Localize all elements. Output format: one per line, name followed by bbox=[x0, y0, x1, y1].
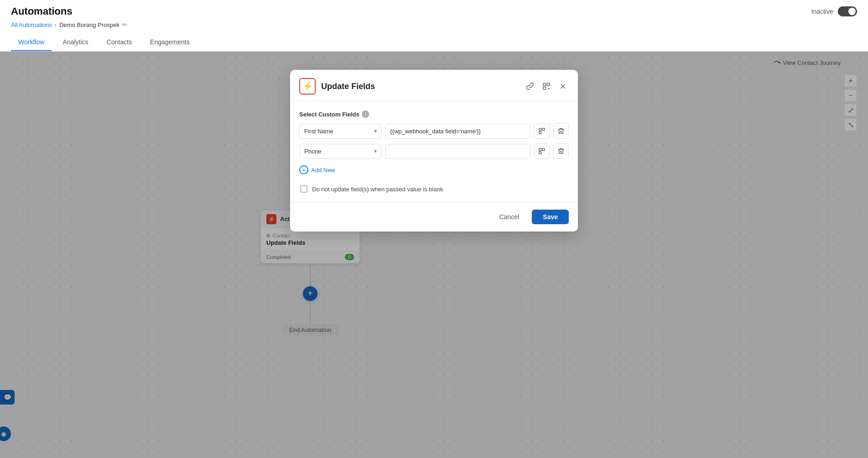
tab-engagements[interactable]: Engagements bbox=[143, 34, 197, 51]
trash-icon-1 bbox=[557, 127, 565, 135]
field-input-2[interactable] bbox=[385, 144, 530, 159]
modal-icon: ⚡ bbox=[299, 78, 316, 95]
modal-title: Update Fields bbox=[321, 82, 375, 91]
trash-icon-2 bbox=[557, 147, 565, 155]
first-name-select-wrapper: First Name bbox=[299, 124, 381, 139]
merge-tag-btn-2[interactable] bbox=[534, 143, 550, 159]
workflow-canvas: View Contact Journey + − ⤢ ⤡ ⚡ Action Co… bbox=[0, 52, 868, 458]
merge-fields-icon-btn[interactable] bbox=[540, 80, 552, 92]
header: Automations Inactive All Automations › D… bbox=[0, 0, 868, 52]
merge-tag-icon-2 bbox=[538, 147, 545, 155]
cancel-button[interactable]: Cancel bbox=[492, 210, 527, 224]
header-right: Inactive bbox=[811, 6, 857, 16]
merge-tag-icon-1 bbox=[538, 127, 545, 135]
modal-body: Select Custom Fields i First Name bbox=[290, 101, 578, 197]
update-fields-modal: ⚡ Update Fields bbox=[290, 70, 578, 232]
add-new-label: Add New bbox=[311, 167, 335, 174]
merge-icon bbox=[542, 82, 550, 90]
blank-value-checkbox[interactable] bbox=[300, 185, 307, 193]
field-row-2: Phone bbox=[299, 143, 569, 159]
header-top: Automations Inactive bbox=[11, 0, 857, 19]
merge-tag-btn-1[interactable] bbox=[534, 123, 550, 139]
add-new-icon: + bbox=[299, 165, 308, 174]
save-button[interactable]: Save bbox=[532, 210, 569, 224]
breadcrumb: All Automations › Demo Borang Prospek ✏ bbox=[11, 19, 857, 32]
delete-row-2-btn[interactable] bbox=[553, 143, 569, 159]
nav-tabs: Workflow Analytics Contacts Engagements bbox=[11, 34, 857, 51]
link-icon-btn[interactable] bbox=[524, 80, 536, 92]
modal-footer: Cancel Save bbox=[290, 202, 578, 232]
breadcrumb-separator: › bbox=[55, 21, 57, 28]
modal-overlay: ⚡ Update Fields bbox=[0, 52, 868, 458]
add-new-btn[interactable]: + Add New bbox=[299, 163, 335, 176]
breadcrumb-parent[interactable]: All Automations bbox=[11, 21, 52, 28]
field-row-1: First Name bbox=[299, 123, 569, 139]
checkbox-label: Do not update field(s) when passed value… bbox=[312, 186, 443, 193]
field-input-1[interactable] bbox=[385, 124, 530, 139]
svg-rect-10 bbox=[542, 148, 545, 151]
checkbox-row: Do not update field(s) when passed value… bbox=[299, 185, 569, 193]
field-select-2[interactable]: Phone bbox=[299, 144, 381, 159]
info-icon[interactable]: i bbox=[362, 111, 369, 118]
status-label: Inactive bbox=[811, 8, 833, 15]
delete-row-1-btn[interactable] bbox=[553, 123, 569, 139]
svg-rect-9 bbox=[539, 148, 541, 151]
tab-contacts[interactable]: Contacts bbox=[99, 34, 139, 51]
svg-rect-11 bbox=[539, 152, 541, 154]
section-label: Select Custom Fields i bbox=[299, 111, 569, 118]
edit-icon[interactable]: ✏ bbox=[122, 21, 127, 28]
modal-title-group: ⚡ Update Fields bbox=[299, 78, 375, 95]
field-select-1[interactable]: First Name bbox=[299, 124, 381, 139]
svg-rect-8 bbox=[539, 132, 541, 134]
section-label-text: Select Custom Fields bbox=[299, 111, 359, 118]
close-icon bbox=[559, 82, 567, 90]
modal-header-actions bbox=[524, 80, 569, 92]
tab-analytics[interactable]: Analytics bbox=[55, 34, 95, 51]
svg-rect-2 bbox=[547, 83, 550, 85]
modal-header: ⚡ Update Fields bbox=[290, 70, 578, 101]
breadcrumb-current: Demo Borang Prospek bbox=[59, 21, 120, 28]
svg-rect-3 bbox=[543, 87, 545, 89]
svg-rect-7 bbox=[542, 128, 545, 131]
phone-select-wrapper: Phone bbox=[299, 144, 381, 159]
close-modal-btn[interactable] bbox=[557, 80, 569, 92]
svg-rect-6 bbox=[539, 128, 541, 131]
status-toggle[interactable] bbox=[838, 6, 857, 16]
tab-workflow[interactable]: Workflow bbox=[11, 34, 52, 51]
link-icon bbox=[526, 82, 534, 90]
app-title: Automations bbox=[11, 5, 72, 17]
svg-rect-1 bbox=[543, 83, 545, 85]
